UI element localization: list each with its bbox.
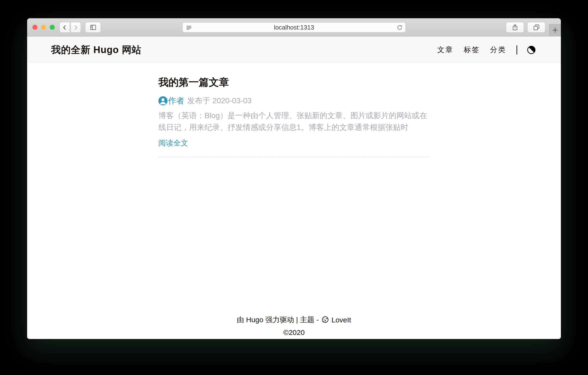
traffic-lights — [32, 25, 55, 30]
nav-item-categories[interactable]: 分类 — [490, 45, 506, 55]
post-divider — [158, 157, 430, 157]
back-button[interactable] — [60, 22, 70, 33]
nav-item-posts[interactable]: 文章 — [437, 45, 454, 55]
safari-window: localhost:1313 — [27, 18, 561, 339]
minimize-window-button[interactable] — [41, 25, 46, 30]
site-header: 我的全新 Hugo 网站 文章 标签 分类 — [27, 36, 561, 63]
nav-separator — [516, 45, 517, 54]
footer-theme-link[interactable]: LoveIt — [331, 316, 351, 324]
post-summary-text: 博客（英语：Blog）是一种由个人管理、张贴新的文章、图片或影片的网站或在线日记… — [158, 110, 430, 133]
address-bar[interactable]: localhost:1313 — [182, 22, 406, 32]
tabs-overview-icon — [533, 24, 540, 31]
post-author-link[interactable]: 作者 — [168, 95, 184, 106]
nav-item-tags[interactable]: 标签 — [464, 45, 480, 55]
new-tab-button[interactable]: + — [549, 24, 561, 36]
page-content: 我的第一篇文章 作者 发布于 2020-03-03 — [27, 63, 561, 339]
reload-icon[interactable] — [396, 24, 403, 31]
theme-toggle-icon[interactable] — [527, 46, 536, 54]
share-button[interactable] — [506, 22, 524, 33]
footer-powered-text: 由 Hugo 强力驱动 | 主题 - — [237, 315, 319, 325]
share-icon — [511, 24, 519, 31]
show-all-tabs-button[interactable] — [527, 22, 545, 33]
user-circle-icon — [158, 96, 168, 105]
site-footer: 由 Hugo 强力驱动 | 主题 - LoveIt ©2020 — [27, 315, 561, 339]
sidebar-toggle-button[interactable] — [85, 22, 101, 33]
zoom-window-button[interactable] — [50, 25, 55, 30]
forward-button[interactable] — [71, 22, 81, 33]
footer-copyright: ©2020 — [27, 328, 561, 337]
post-title-link[interactable]: 我的第一篇文章 — [158, 76, 430, 89]
close-window-button[interactable] — [32, 25, 37, 30]
plus-icon: + — [552, 25, 558, 35]
post-meta: 作者 发布于 2020-03-03 — [158, 95, 430, 106]
kiss-wink-heart-icon — [321, 316, 329, 324]
post-summary-card: 我的第一篇文章 作者 发布于 2020-03-03 — [158, 76, 430, 157]
url-text: localhost:1313 — [183, 22, 405, 32]
screenshot-stage: localhost:1313 — [0, 0, 588, 375]
sidebar-icon — [90, 24, 97, 31]
browser-toolbar: localhost:1313 — [27, 18, 561, 36]
footer-powered-line: 由 Hugo 强力驱动 | 主题 - LoveIt — [27, 315, 561, 325]
read-more-link[interactable]: 阅读全文 — [158, 138, 188, 148]
forward-chevron-icon — [73, 24, 79, 31]
post-publish-date: 发布于 2020-03-03 — [187, 96, 252, 106]
back-chevron-icon — [62, 24, 68, 31]
site-nav: 文章 标签 分类 — [437, 45, 536, 55]
site-title-link[interactable]: 我的全新 Hugo 网站 — [51, 43, 141, 56]
